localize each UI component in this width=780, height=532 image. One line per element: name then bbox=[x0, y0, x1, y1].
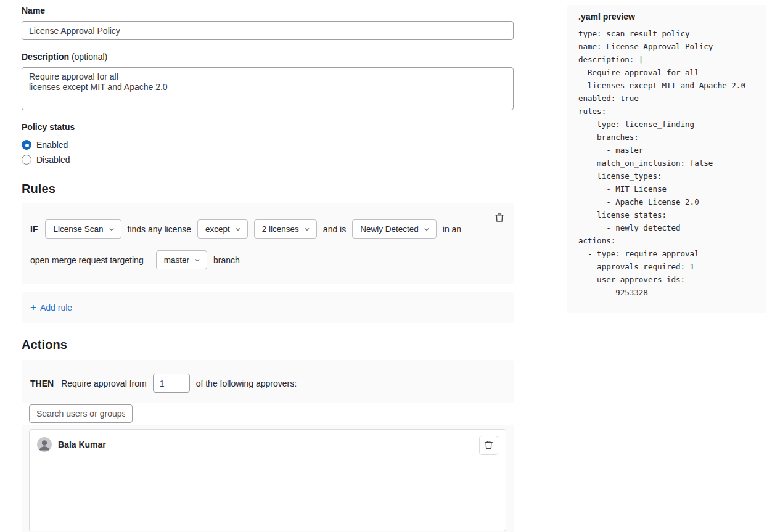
policy-description-textarea[interactable]: Require approval for all licenses except… bbox=[22, 67, 514, 110]
license-count-dropdown[interactable]: 2 licenses bbox=[254, 219, 317, 239]
action-card: THEN Require approval from of the follow… bbox=[22, 360, 514, 532]
remove-approver-button[interactable] bbox=[479, 436, 498, 455]
chevron-down-icon bbox=[304, 226, 310, 232]
then-keyword: THEN bbox=[30, 379, 54, 388]
chevron-down-icon bbox=[109, 226, 115, 232]
policy-status-label: Policy status bbox=[22, 122, 514, 132]
actions-heading: Actions bbox=[22, 338, 514, 352]
radio-disabled-label: Disabled bbox=[36, 155, 70, 165]
rule-branch-row: open merge request targeting master bran… bbox=[30, 250, 505, 269]
and-is-text: and is bbox=[323, 224, 346, 234]
radio-enabled-control[interactable] bbox=[22, 140, 31, 150]
rules-heading: Rules bbox=[22, 182, 514, 196]
in-an-text: in an bbox=[443, 224, 461, 234]
chevron-down-icon bbox=[424, 226, 430, 232]
branch-dropdown[interactable]: master bbox=[156, 250, 207, 269]
chevron-down-icon bbox=[235, 226, 241, 232]
plus-icon: + bbox=[30, 303, 36, 312]
radio-disabled-control[interactable] bbox=[22, 155, 31, 165]
policy-editor-form: Name Description (optional) Require appr… bbox=[22, 6, 514, 532]
approver-search-section bbox=[22, 403, 514, 425]
radio-enabled[interactable]: Enabled bbox=[22, 137, 514, 152]
rule-card: IF License Scan finds any license except… bbox=[22, 203, 514, 284]
targeting-text: open merge request targeting bbox=[30, 255, 144, 265]
name-label: Name bbox=[22, 6, 514, 15]
approvals-required-input[interactable] bbox=[153, 374, 190, 393]
yaml-preview-title: .yaml preview bbox=[578, 12, 755, 22]
policy-status-radio-group: Enabled Disabled bbox=[22, 137, 514, 167]
approvers-list: Bala Kumar bbox=[29, 429, 506, 531]
add-rule-section: + Add rule bbox=[22, 292, 514, 323]
action-approval-row: THEN Require approval from of the follow… bbox=[22, 360, 514, 393]
scan-type-dropdown[interactable]: License Scan bbox=[45, 219, 121, 239]
require-approval-text: Require approval from bbox=[61, 379, 147, 388]
yaml-code: type: scan_result_policy name: License A… bbox=[578, 27, 755, 299]
radio-enabled-label: Enabled bbox=[36, 140, 68, 150]
description-label: Description (optional) bbox=[22, 52, 514, 62]
following-approvers-text: of the following approvers: bbox=[196, 379, 297, 388]
add-rule-button[interactable]: + Add rule bbox=[30, 303, 72, 313]
description-optional-hint: (optional) bbox=[69, 52, 107, 62]
approver-list-item: Bala Kumar bbox=[37, 437, 498, 452]
approver-name: Bala Kumar bbox=[58, 440, 106, 449]
trash-icon bbox=[484, 440, 493, 451]
trash-icon bbox=[495, 213, 504, 224]
rule-condition-row: IF License Scan finds any license except… bbox=[30, 219, 505, 239]
user-avatar bbox=[37, 437, 52, 452]
finds-any-license-text: finds any license bbox=[128, 224, 192, 234]
search-users-groups-input[interactable] bbox=[29, 404, 133, 423]
delete-rule-button[interactable] bbox=[490, 209, 509, 227]
branch-suffix-text: branch bbox=[213, 255, 240, 265]
license-state-dropdown[interactable]: Newly Detected bbox=[352, 219, 437, 239]
radio-disabled[interactable]: Disabled bbox=[22, 152, 514, 167]
policy-name-input[interactable] bbox=[22, 21, 514, 40]
if-keyword: IF bbox=[30, 224, 38, 234]
chevron-down-icon bbox=[194, 257, 200, 263]
yaml-preview-panel: .yaml preview type: scan_result_policy n… bbox=[567, 5, 766, 313]
match-mode-dropdown[interactable]: except bbox=[197, 219, 248, 239]
